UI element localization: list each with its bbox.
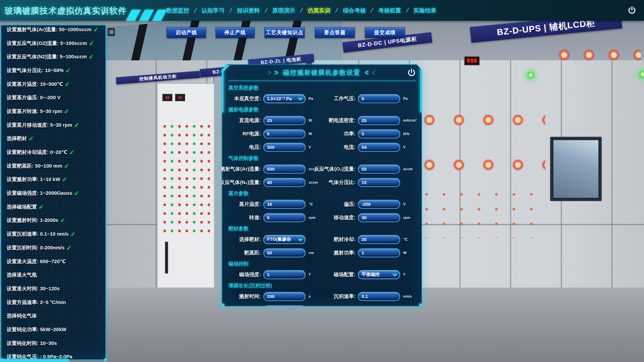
nav-tab-4[interactable]: 原理演示 xyxy=(269,7,298,14)
parameter-input[interactable]: 500 xyxy=(263,165,306,174)
nav-tab-1[interactable]: 数据监控 xyxy=(163,7,192,14)
checklist-item: 设置基片偏压: 0~-200 V xyxy=(1,91,105,105)
check-icon: ✓ xyxy=(39,203,44,211)
sidebar-collapse-handle[interactable] xyxy=(107,28,115,36)
small-lamp-grid xyxy=(423,191,544,238)
field-value: 20 xyxy=(362,237,367,242)
parameter-input[interactable]: 5 xyxy=(263,213,306,222)
parameter-input[interactable]: 30 xyxy=(358,213,400,222)
nav-tab-7[interactable]: 考核权重 xyxy=(375,7,404,14)
header-bar: 玻璃镀膜技术虚拟仿真实训软件 数据监控/认知学习/知识资料/原理演示/仿真实训/… xyxy=(0,0,644,21)
parameter-input[interactable]: 10 xyxy=(358,178,400,187)
checklist-item: 设置靶材冷却温度: 0~20℃✓ xyxy=(1,145,105,159)
parameter-select[interactable]: 平衡磁控 xyxy=(358,270,400,279)
nav-tab-2[interactable]: 认知学习 xyxy=(199,7,227,14)
check-icon: ✓ xyxy=(89,53,94,61)
chevron-down-icon xyxy=(393,272,397,276)
field-unit: V xyxy=(400,145,415,149)
checklist-item: 设置反应气体(O2)流量: 5~100sccm✓ xyxy=(1,37,105,50)
cabinet-handle xyxy=(165,242,168,274)
field-unit: s xyxy=(306,294,324,298)
checklist-item: 选择磁场配置✓ xyxy=(1,200,105,214)
parameter-input[interactable]: 5 xyxy=(358,129,400,138)
parameter-row: 磁场强度:1T磁场配置:平衡磁控T xyxy=(228,268,415,281)
field-value: 5 xyxy=(362,131,364,136)
field-unit: V xyxy=(400,202,415,206)
parameter-input[interactable]: 300 xyxy=(263,143,306,152)
parameter-input[interactable]: 0.1 xyxy=(358,292,400,301)
key-points-quiz-button[interactable]: 要点答题 xyxy=(315,27,355,38)
parameter-input[interactable]: 50 xyxy=(358,165,400,174)
field-label: 本底真空度: xyxy=(228,96,263,102)
parameter-input[interactable]: 1 xyxy=(263,270,306,279)
parameter-input[interactable]: 54 xyxy=(358,143,400,152)
main-nav: 数据监控/认知学习/知识资料/原理演示/仿真实训/综合考核/考核权重/实验结果 xyxy=(163,0,439,21)
checklist-item-label: 选择钝化气体 xyxy=(7,313,37,319)
checklist-item: 选择退火气氛 xyxy=(1,268,105,282)
field-label: RF电源: xyxy=(228,131,263,137)
checklist-item-label: 选择磁场配置 xyxy=(7,204,37,210)
field-value: 16 xyxy=(267,202,272,207)
field-unit: W xyxy=(400,251,415,255)
parameter-input[interactable]: 40 xyxy=(263,178,306,187)
field-label: 工作气压: xyxy=(324,96,358,102)
parameter-input[interactable]: 16 xyxy=(263,200,306,209)
dialog-header: > > 磁控溅射镀膜机参数设置 < < xyxy=(222,65,421,80)
power-icon[interactable] xyxy=(627,6,637,15)
submit-score-button[interactable]: 提交成绩 xyxy=(365,27,405,38)
field-label: 靶电流密度: xyxy=(324,117,358,124)
field-value: 平衡磁控 xyxy=(362,272,380,278)
parameter-row: 电压:300V电流:54V xyxy=(228,140,415,154)
parameter-select[interactable]: 1.0×10⁻³ Pa xyxy=(263,94,306,103)
red-lamp-row xyxy=(422,158,545,181)
checklist-item-label: 设置靶基距: 50~100 mm xyxy=(7,163,62,169)
nav-tab-8[interactable]: 实验结果 xyxy=(411,7,439,14)
checklist-item: 设置反应气体(N2)流量: 5~100sccm✓ xyxy=(1,50,105,64)
app-title: 玻璃镀膜技术虚拟仿真实训软件 xyxy=(5,5,127,16)
parameter-input[interactable]: 5 xyxy=(263,129,306,138)
checklist-item-label: 设置溅射气体(Ar)流量: 50~1000sccm xyxy=(7,26,92,33)
checklist-item: 设置钝化功率: 5kW~20kW xyxy=(1,323,105,337)
checklist-item: 设置退火时间: 30~120s xyxy=(1,282,105,296)
field-value: 40 xyxy=(267,180,272,185)
nav-tab-5[interactable]: 仿真实训 xyxy=(305,7,333,14)
checklist-item-label: 设置溅射功率: 1~10 kW xyxy=(7,176,60,183)
process-key-knowledge-button[interactable]: 工艺关键知识点 xyxy=(265,27,305,38)
start-line-button[interactable]: 启动产线 xyxy=(167,27,206,38)
parameter-input[interactable]: 1 xyxy=(358,248,400,257)
checklist-item-label: 设置反应气体(N2)流量: 5~100sccm xyxy=(7,54,87,60)
parameter-input[interactable]: 5 xyxy=(358,94,400,103)
nav-tab-6[interactable]: 综合考核 xyxy=(340,7,369,14)
stop-line-button[interactable]: 停止产线 xyxy=(216,27,255,38)
check-icon: ✓ xyxy=(70,230,76,238)
field-unit: sccm xyxy=(306,180,324,184)
check-icon: ✓ xyxy=(65,80,70,88)
field-value: 200 xyxy=(267,294,275,299)
parameter-input[interactable]: -200 xyxy=(358,200,400,209)
field-value: 0.1 xyxy=(362,294,368,299)
parameter-row: 基片温度:16℃偏压:-200V xyxy=(228,197,415,211)
field-value: 10 xyxy=(362,180,367,185)
parameter-input[interactable]: 25 xyxy=(358,116,400,125)
checklist-item-label: 设置气体分压比: 10~50% xyxy=(7,67,64,74)
dialog-power-icon[interactable] xyxy=(407,68,416,77)
decorative-stripes xyxy=(129,10,164,21)
checklist-item: 选择靶材✓ xyxy=(1,132,105,146)
parameter-input[interactable]: 50 xyxy=(263,248,306,257)
nav-tab-3[interactable]: 知识资料 xyxy=(234,7,263,14)
dialog-corner-dot xyxy=(221,304,224,307)
parameter-row: 溅射时间:200s沉积速率:0.1nm/s xyxy=(228,290,415,303)
parameter-select[interactable]: FTO(氟掺杂 xyxy=(263,235,306,244)
parameter-input[interactable]: 20 xyxy=(358,235,400,244)
check-icon: ✓ xyxy=(62,176,67,183)
parameter-row: RF电源:5W功率:5kHz xyxy=(228,127,415,140)
parameter-input[interactable]: 25 xyxy=(263,116,306,125)
field-label: 基片温度: xyxy=(228,201,263,207)
section-title: 溅射电源参数 xyxy=(228,105,415,114)
parameter-input[interactable]: 200 xyxy=(263,292,306,301)
dialog-corner-dot xyxy=(419,304,422,307)
parameter-row: 靶基距:50cm溅射功率:1W xyxy=(228,246,415,259)
checklist-item-label: 选择退火气氛 xyxy=(7,272,37,278)
check-icon: ✓ xyxy=(60,217,65,224)
check-icon: ✓ xyxy=(66,244,72,252)
